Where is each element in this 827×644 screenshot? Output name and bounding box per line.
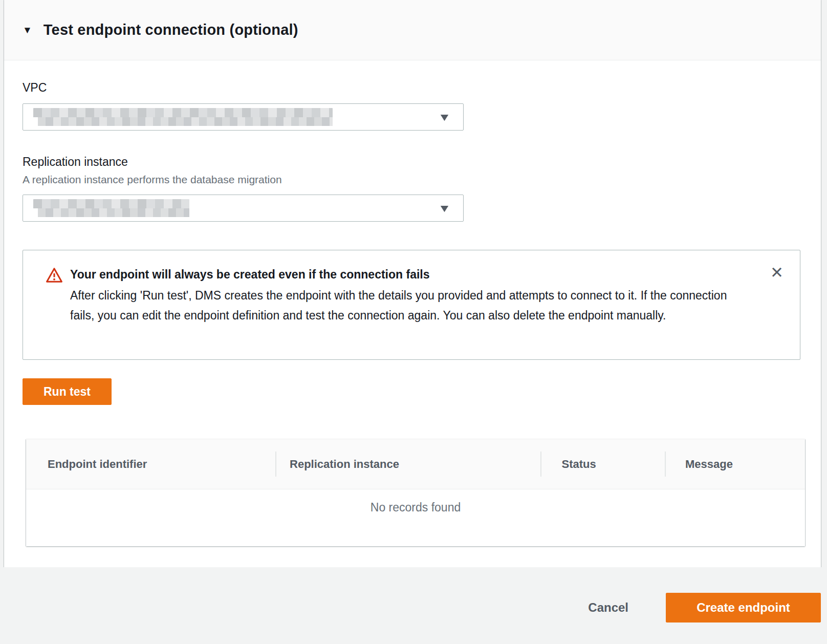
table-body: No records found (26, 489, 805, 546)
chevron-down-icon: ▼ (438, 203, 451, 213)
section-title: Test endpoint connection (optional) (43, 22, 298, 38)
column-header-label: Endpoint identifier (48, 458, 147, 471)
column-divider (275, 452, 276, 477)
test-endpoint-panel: ▼ Test endpoint connection (optional) VP… (4, 0, 821, 567)
create-endpoint-button[interactable]: Create endpoint (666, 593, 821, 622)
replication-instance-description: A replication instance performs the data… (23, 174, 800, 186)
column-header-label: Replication instance (290, 458, 399, 471)
vpc-selected-value-redacted (33, 108, 333, 126)
warning-alert: Your endpoint will always be created eve… (23, 250, 800, 360)
column-header-replication-instance: Replication instance (275, 439, 540, 489)
warning-icon (46, 267, 63, 286)
section-content: VPC ▼ Replication instance A replication… (4, 81, 821, 546)
replication-instance-field: Replication instance A replication insta… (23, 155, 800, 222)
run-test-button[interactable]: Run test (23, 378, 112, 405)
column-header-status: Status (540, 439, 665, 489)
replication-instance-label: Replication instance (23, 155, 800, 169)
column-header-message: Message (665, 439, 805, 489)
table-header-row: Endpoint identifier Replication instance… (26, 439, 805, 489)
empty-state-message: No records found (26, 501, 805, 514)
close-icon[interactable]: ✕ (768, 263, 786, 283)
vpc-select[interactable]: ▼ (23, 103, 464, 131)
replication-instance-select[interactable]: ▼ (23, 195, 464, 222)
vpc-field: VPC ▼ (23, 81, 800, 131)
test-results-table: Endpoint identifier Replication instance… (26, 439, 805, 546)
warning-body: After clicking 'Run test', DMS creates t… (70, 286, 735, 325)
section-header-toggle[interactable]: ▼ Test endpoint connection (optional) (4, 0, 821, 60)
column-divider (540, 452, 541, 477)
collapse-triangle-icon: ▼ (23, 25, 32, 35)
warning-title: Your endpoint will always be created eve… (70, 266, 735, 283)
column-divider (665, 452, 666, 477)
column-header-label: Message (685, 458, 733, 471)
column-header-label: Status (562, 458, 596, 471)
warning-text: Your endpoint will always be created eve… (70, 266, 735, 325)
cancel-button[interactable]: Cancel (588, 600, 628, 615)
column-header-endpoint-identifier: Endpoint identifier (26, 439, 275, 489)
chevron-down-icon: ▼ (438, 112, 451, 122)
wizard-footer: Cancel Create endpoint (0, 567, 827, 644)
replication-instance-selected-value-redacted (33, 199, 189, 218)
vpc-label: VPC (23, 81, 800, 95)
